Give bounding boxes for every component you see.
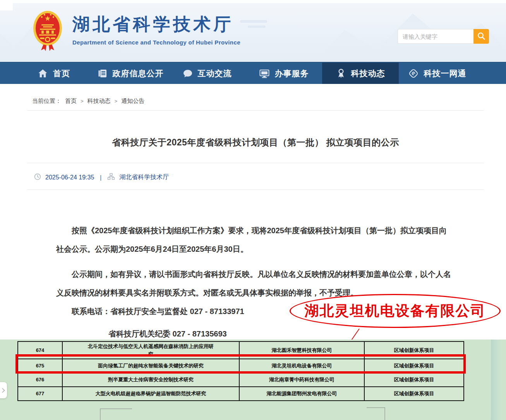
nav-item-6[interactable]: 科技一网通: [399, 63, 475, 84]
nav-item-label: 互动交流: [198, 68, 232, 79]
breadcrumb-separator: >: [115, 98, 118, 104]
meta-separator: |: [98, 174, 103, 181]
breadcrumb-label: 当前位置：: [32, 97, 61, 105]
cell-number: 676: [18, 373, 62, 387]
header-top-strip: [0, 0, 506, 3]
breadcrumb-link-2[interactable]: 科技动态: [87, 97, 111, 105]
nav-item-2[interactable]: 政府信息公开: [92, 63, 169, 84]
search-button[interactable]: [473, 29, 489, 44]
header-cloud-decoration: [240, 20, 267, 23]
cell-category: 区域创新体系项目: [364, 359, 464, 373]
cell-company: 湖北圆禾智慧科技有限公司: [239, 341, 364, 359]
brand-text: 湖北省科学技术厅 Department of Science and Techn…: [72, 10, 240, 46]
nav-item-1[interactable]: 首页: [15, 63, 92, 84]
article-paragraph: 按照《2025年度省级科技计划组织工作方案》要求，现将2025年度省级科技计划项…: [56, 221, 452, 258]
cell-company: 湖北灵坦机电设备有限公司: [239, 359, 364, 373]
site-title: 湖北省科学技术厅: [72, 15, 240, 34]
nav-item-label: 政府信息公开: [113, 68, 164, 79]
search-bar: [398, 29, 489, 44]
cell-category: 区域创新体系项目: [364, 387, 464, 401]
cell-project-title: 大型火电机组超超临界锅炉超温智能防范技术研究: [62, 387, 239, 401]
article-meta: 2025-06-24 19:35 | 湖北省科学技术厅: [34, 173, 169, 182]
breadcrumb-separator: >: [81, 98, 84, 104]
search-icon: [477, 31, 486, 42]
article-title: 省科技厅关于2025年度省级科技计划项目（第一批） 拟立项项目的公示: [27, 137, 484, 149]
site-brand: 湖北省科学技术厅 Department of Science and Techn…: [33, 10, 240, 51]
divider: [27, 190, 484, 190]
cell-category: 区域创新体系项目: [364, 373, 464, 387]
cell-project-title: 荆半夏重大土传病害安全控制技术研究: [62, 373, 239, 387]
chat-icon: [183, 68, 193, 79]
gov-info-icon: [98, 68, 108, 79]
nav-item-4[interactable]: 办事服务: [245, 63, 322, 84]
cell-company: 湖北南章菁中药科技有限公司: [239, 373, 364, 387]
table-row: 674北斗定位技术与低空无人机遥感网在森林消防上的应用研究湖北圆禾智慧科技有限公…: [18, 341, 464, 359]
network-icon: [408, 68, 419, 79]
float-button[interactable]: [0, 382, 7, 398]
article-date: 2025-06-24 19:35: [45, 174, 94, 181]
divider: [27, 110, 484, 111]
table-row: 676荆半夏重大土传病害安全控制技术研究湖北南章菁中药科技有限公司区域创新体系项…: [18, 373, 464, 387]
article-source[interactable]: 湖北省科学技术厅: [119, 173, 169, 181]
divider: [27, 163, 484, 163]
project-table: 674北斗定位技术与低空无人机遥感网在森林消防上的应用研究湖北圆禾智慧科技有限公…: [17, 341, 464, 401]
breadcrumb-link-1[interactable]: 首页: [65, 97, 77, 105]
nav-item-5[interactable]: 科技动态: [322, 63, 399, 84]
home-icon: [38, 68, 48, 79]
site-header: 湖北省科学技术厅 Department of Science and Techn…: [0, 0, 506, 62]
breadcrumb-items: 首页>科技动态>通知公告: [65, 97, 144, 105]
company-callout-text: 湖北灵坦机电设备有限公司: [305, 301, 486, 321]
nav-item-3[interactable]: 互动交流: [169, 63, 245, 84]
monitor-icon: [259, 68, 270, 79]
table-row: 675面向绿氢工厂的超纯水智能装备关键技术的研究湖北灵坦机电设备有限公司区域创新…: [18, 359, 464, 373]
project-table-section: 674北斗定位技术与低空无人机遥感网在森林消防上的应用研究湖北圆禾智慧科技有限公…: [0, 340, 506, 420]
corner-mark: [100, 408, 132, 420]
nav-item-label: 科技一网通: [424, 68, 467, 79]
national-emblem-logo: [33, 10, 63, 51]
project-table-body: 674北斗定位技术与低空无人机遥感网在森林消防上的应用研究湖北圆禾智慧科技有限公…: [18, 341, 464, 401]
nav-item-label: 办事服务: [275, 68, 309, 79]
cell-number: 674: [18, 341, 62, 359]
nav-item-label: 首页: [53, 68, 70, 79]
breadcrumb-link-3[interactable]: 通知公告: [121, 97, 144, 105]
cell-number: 677: [18, 387, 62, 401]
breadcrumb: 当前位置： 首页>科技动态>通知公告: [32, 97, 144, 105]
company-callout-oval: 湖北灵坦机电设备有限公司: [290, 294, 501, 328]
award-icon: [336, 68, 346, 79]
site-subtitle: Department of Science and Technology of …: [72, 39, 240, 46]
cell-company: 湖北能源集团鄂州发电有限公司: [239, 387, 364, 401]
page: 湖北省科学技术厅 Department of Science and Techn…: [0, 0, 506, 420]
nav-item-label: 科技动态: [351, 68, 385, 79]
source-icon: [107, 173, 115, 182]
table-row: 677大型火电机组超超临界锅炉超温智能防范技术研究湖北能源集团鄂州发电有限公司区…: [18, 387, 464, 401]
scrollbar-track[interactable]: [491, 340, 501, 420]
header-cloud-decoration: [248, 26, 266, 28]
cell-number: 675: [18, 359, 62, 373]
search-input[interactable]: [398, 29, 473, 44]
clock-icon: [34, 173, 41, 182]
cell-category: 区域创新体系项目: [364, 341, 464, 359]
cell-project-title: 北斗定位技术与低空无人机遥感网在森林消防上的应用研究: [62, 341, 239, 359]
cell-project-title: 面向绿氢工厂的超纯水智能装备关键技术的研究: [62, 359, 239, 373]
corner-mark: [367, 407, 385, 420]
main-nav: 首页政府信息公开互动交流办事服务科技动态科技一网通: [0, 62, 506, 84]
header-corner-patch: [0, 0, 13, 10]
